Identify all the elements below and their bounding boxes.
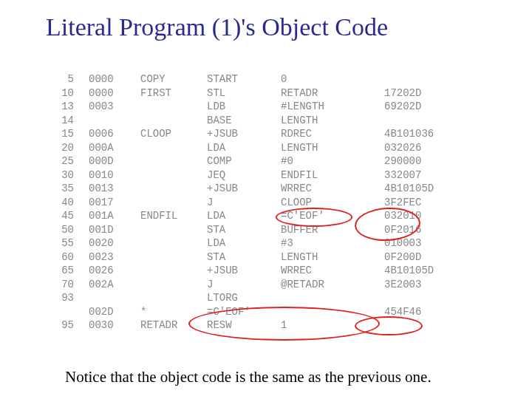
- cell-op: STA: [207, 250, 281, 265]
- cell-label: [140, 114, 207, 128]
- cell-arg: WRREC: [281, 182, 384, 196]
- cell-obj: 010003: [384, 236, 451, 250]
- listing-row: 93LTORG: [44, 291, 477, 305]
- cell-arg: LENGTH: [281, 114, 384, 128]
- cell-arg: 0: [281, 72, 384, 86]
- listing-row: 20000ALDALENGTH032026: [44, 141, 477, 155]
- listing-row: 300010JEQENDFIL332007: [44, 168, 477, 183]
- cell-op: COMP: [207, 154, 281, 168]
- cell-op: +JSUB: [207, 264, 281, 278]
- cell-op: =C'EOF': [207, 305, 281, 319]
- cell-obj: [384, 114, 451, 128]
- cell-arg: ENDFIL: [281, 168, 384, 183]
- listing-row: 130003LDB#LENGTH69202D: [44, 100, 477, 114]
- cell-loc: 002D: [89, 305, 140, 319]
- cell-obj: [384, 318, 451, 332]
- cell-arg: LENGTH: [281, 250, 384, 265]
- cell-arg: #3: [281, 236, 384, 250]
- listing-row: 70002AJ@RETADR3E2003: [44, 278, 477, 292]
- listing-row: 400017JCLOOP3F2FEC: [44, 196, 477, 210]
- cell-label: FIRST: [140, 86, 207, 100]
- cell-label: COPY: [140, 72, 207, 86]
- listing-row: 600023STALENGTH0F200D: [44, 250, 477, 265]
- cell-loc: 001D: [89, 223, 140, 237]
- cell-label: [140, 264, 207, 278]
- cell-loc: 0000: [89, 86, 140, 100]
- cell-obj: 032010: [384, 209, 451, 223]
- cell-arg: =C'EOF': [281, 209, 384, 223]
- cell-label: *: [140, 305, 207, 319]
- cell-loc: 0030: [89, 318, 140, 332]
- cell-obj: 3F2FEC: [384, 196, 451, 210]
- cell-label: [140, 236, 207, 250]
- cell-op: LDA: [207, 236, 281, 250]
- cell-arg: 1: [281, 318, 384, 332]
- cell-op: J: [207, 278, 281, 292]
- cell-arg: BUFFER: [281, 223, 384, 237]
- cell-loc: 000A: [89, 141, 140, 155]
- cell-label: [140, 141, 207, 155]
- listing-row: 650026+JSUBWRREC4B10105D: [44, 264, 477, 278]
- cell-op: LTORG: [207, 291, 281, 305]
- cell-loc: 0006: [89, 127, 140, 141]
- cell-line: 55: [44, 236, 89, 250]
- cell-arg: LENGTH: [281, 141, 384, 155]
- cell-op: JEQ: [207, 168, 281, 183]
- cell-loc: 0013: [89, 182, 140, 196]
- cell-line: 60: [44, 250, 89, 265]
- cell-op: LDB: [207, 100, 281, 114]
- cell-label: [140, 100, 207, 114]
- cell-obj: 0F200D: [384, 250, 451, 265]
- cell-loc: 0026: [89, 264, 140, 278]
- cell-obj: 454F46: [384, 305, 451, 319]
- cell-arg: WRREC: [281, 264, 384, 278]
- cell-arg: [281, 291, 384, 305]
- assembly-listing: 50000COPYSTART0100000FIRSTSTLRETADR17202…: [44, 72, 477, 332]
- cell-line: 50: [44, 223, 89, 237]
- listing-row: 50001DSTABUFFER0F2016: [44, 223, 477, 237]
- cell-label: [140, 196, 207, 210]
- cell-obj: 332007: [384, 168, 451, 183]
- cell-obj: 290000: [384, 154, 451, 168]
- cell-obj: 032026: [384, 141, 451, 155]
- cell-loc: [89, 291, 140, 305]
- cell-line: 13: [44, 100, 89, 114]
- cell-op: J: [207, 196, 281, 210]
- cell-arg: [281, 305, 384, 319]
- cell-label: [140, 168, 207, 183]
- cell-loc: [89, 114, 140, 128]
- slide-title: Literal Program (1)'s Object Code: [0, 0, 532, 41]
- listing-row: 25000DCOMP#0290000: [44, 154, 477, 168]
- cell-line: 10: [44, 86, 89, 100]
- cell-label: [140, 278, 207, 292]
- cell-line: 20: [44, 141, 89, 155]
- listing-row: 50000COPYSTART0: [44, 72, 477, 86]
- cell-obj: 4B101036: [384, 127, 451, 141]
- cell-line: 95: [44, 318, 89, 332]
- cell-label: ENDFIL: [140, 209, 207, 223]
- listing-row: 002D*=C'EOF'454F46: [44, 305, 477, 319]
- cell-op: BASE: [207, 114, 281, 128]
- cell-arg: CLOOP: [281, 196, 384, 210]
- cell-obj: [384, 72, 451, 86]
- cell-line: 35: [44, 182, 89, 196]
- cell-op: RESW: [207, 318, 281, 332]
- cell-label: [140, 291, 207, 305]
- cell-loc: 0010: [89, 168, 140, 183]
- cell-op: LDA: [207, 141, 281, 155]
- cell-op: +JSUB: [207, 182, 281, 196]
- cell-label: RETADR: [140, 318, 207, 332]
- cell-loc: 0000: [89, 72, 140, 86]
- cell-op: +JSUB: [207, 127, 281, 141]
- cell-obj: 4B10105D: [384, 182, 451, 196]
- cell-arg: #LENGTH: [281, 100, 384, 114]
- cell-loc: 001A: [89, 209, 140, 223]
- listing-row: 150006CLOOP+JSUBRDREC4B101036: [44, 127, 477, 141]
- cell-line: 70: [44, 278, 89, 292]
- cell-op: START: [207, 72, 281, 86]
- footnote-text: Notice that the object code is the same …: [65, 368, 432, 386]
- cell-loc: 0023: [89, 250, 140, 265]
- cell-label: [140, 182, 207, 196]
- listing-row: 350013+JSUBWRREC4B10105D: [44, 182, 477, 196]
- cell-op: LDA: [207, 209, 281, 223]
